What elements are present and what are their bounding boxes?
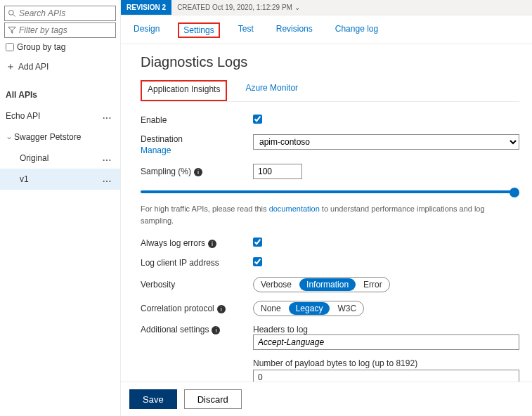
sidebar-item-label: All APIs xyxy=(6,90,37,100)
subtab-azure-monitor[interactable]: Azure Monitor xyxy=(240,80,304,101)
discard-button[interactable]: Discard xyxy=(184,389,242,409)
svg-point-0 xyxy=(9,11,14,15)
sidebar-item-echo-api[interactable]: Echo API ... xyxy=(0,105,120,126)
sampling-slider[interactable] xyxy=(141,188,519,196)
more-icon[interactable]: ... xyxy=(103,111,115,121)
sidebar-item-swagger[interactable]: ⌄Swagger Petstore xyxy=(0,126,120,148)
chevron-down-icon: ⌄ xyxy=(294,4,300,11)
tab-revisions[interactable]: Revisions xyxy=(272,22,317,38)
enable-checkbox[interactable] xyxy=(253,115,262,124)
documentation-link[interactable]: documentation xyxy=(269,204,320,213)
payload-bytes-label: Number of payload bytes to log (up to 81… xyxy=(253,358,519,368)
sidebar-item-all-apis[interactable]: All APIs xyxy=(0,84,120,105)
sidebar-item-label: Original xyxy=(20,153,48,163)
payload-bytes-input[interactable] xyxy=(253,370,519,382)
tab-design[interactable]: Design xyxy=(129,22,164,38)
sampling-note: For high traffic APIs, please read this … xyxy=(141,203,519,226)
info-icon[interactable]: i xyxy=(212,326,220,334)
destination-label: Destination Manage xyxy=(141,134,253,155)
main-tabs: Design Settings Test Revisions Change lo… xyxy=(121,15,532,44)
always-log-errors-label: Always log errorsi xyxy=(141,238,253,248)
sidebar-item-label: Echo API xyxy=(6,111,40,121)
filter-icon xyxy=(8,26,16,34)
always-log-errors-checkbox[interactable] xyxy=(253,238,262,247)
svg-line-1 xyxy=(13,15,15,17)
add-api-button[interactable]: ＋Add API xyxy=(6,60,115,73)
group-by-tag-checkbox[interactable] xyxy=(6,43,14,51)
sidebar-item-label: v1 xyxy=(20,174,29,184)
more-icon[interactable]: ... xyxy=(103,174,115,184)
correlation-w3c[interactable]: W3C xyxy=(330,301,363,316)
verbosity-information[interactable]: Information xyxy=(299,278,356,291)
verbosity-label: Verbosity xyxy=(141,280,253,290)
sidebar-item-original[interactable]: Original ... xyxy=(0,148,120,169)
revision-bar: REVISION 2 CREATED Oct 19, 2020, 1:12:29… xyxy=(121,0,532,15)
verbosity-verbose[interactable]: Verbose xyxy=(254,278,299,292)
correlation-legacy[interactable]: Legacy xyxy=(289,302,330,315)
enable-label: Enable xyxy=(141,115,253,125)
svg-marker-2 xyxy=(8,27,16,34)
filter-tags-input[interactable] xyxy=(16,25,112,35)
filter-tags-box[interactable] xyxy=(4,22,116,38)
search-apis-box[interactable] xyxy=(4,6,116,21)
correlation-label: Correlation protocoli xyxy=(141,304,253,313)
main-panel: REVISION 2 CREATED Oct 19, 2020, 1:12:29… xyxy=(121,0,532,416)
info-icon[interactable]: i xyxy=(208,240,216,248)
tab-test[interactable]: Test xyxy=(234,22,258,38)
add-api-label: Add API xyxy=(18,62,48,72)
tab-changelog[interactable]: Change log xyxy=(331,22,382,38)
content-area: Diagnostics Logs Application Insights Az… xyxy=(121,44,532,382)
chevron-down-icon: ⌄ xyxy=(6,131,13,141)
diagnostics-subtabs: Application Insights Azure Monitor xyxy=(141,80,519,102)
footer-actions: Save Discard xyxy=(121,382,532,416)
info-icon[interactable]: i xyxy=(217,305,226,313)
revision-created[interactable]: CREATED Oct 19, 2020, 1:12:29 PM ⌄ xyxy=(171,4,306,11)
correlation-none[interactable]: None xyxy=(254,301,288,316)
group-by-tag-row[interactable]: Group by tag xyxy=(6,42,115,52)
search-icon xyxy=(8,9,16,18)
sidebar-item-label: ⌄Swagger Petstore xyxy=(6,132,81,142)
more-icon[interactable]: ... xyxy=(103,153,115,163)
manage-link[interactable]: Manage xyxy=(141,145,171,155)
correlation-group: None Legacy W3C xyxy=(253,301,364,316)
plus-icon: ＋ xyxy=(6,60,15,72)
sidebar: Group by tag ＋Add API All APIs Echo API … xyxy=(0,0,121,416)
headers-to-log-input[interactable] xyxy=(253,334,519,350)
destination-select[interactable]: apim-contoso xyxy=(253,134,519,150)
save-button[interactable]: Save xyxy=(129,389,177,409)
revision-badge[interactable]: REVISION 2 xyxy=(121,0,171,15)
search-apis-input[interactable] xyxy=(16,8,112,18)
subtab-application-insights[interactable]: Application Insights xyxy=(141,80,227,101)
slider-thumb[interactable] xyxy=(510,188,519,197)
group-by-tag-label: Group by tag xyxy=(17,42,65,52)
slider-track xyxy=(141,190,514,193)
tab-settings[interactable]: Settings xyxy=(178,22,219,38)
log-client-ip-checkbox[interactable] xyxy=(253,257,262,266)
additional-settings-label: Additional settingsi xyxy=(141,325,253,334)
log-client-ip-label: Log client IP address xyxy=(141,258,253,268)
verbosity-group: Verbose Information Error xyxy=(253,277,390,292)
page-title: Diagnostics Logs xyxy=(141,54,519,70)
headers-to-log-label: Headers to log xyxy=(253,325,519,334)
sampling-label: Sampling (%)i xyxy=(141,167,253,176)
sidebar-item-v1[interactable]: v1 ... xyxy=(0,169,120,190)
info-icon[interactable]: i xyxy=(194,168,202,176)
verbosity-error[interactable]: Error xyxy=(356,278,389,292)
sampling-input[interactable] xyxy=(253,164,302,179)
